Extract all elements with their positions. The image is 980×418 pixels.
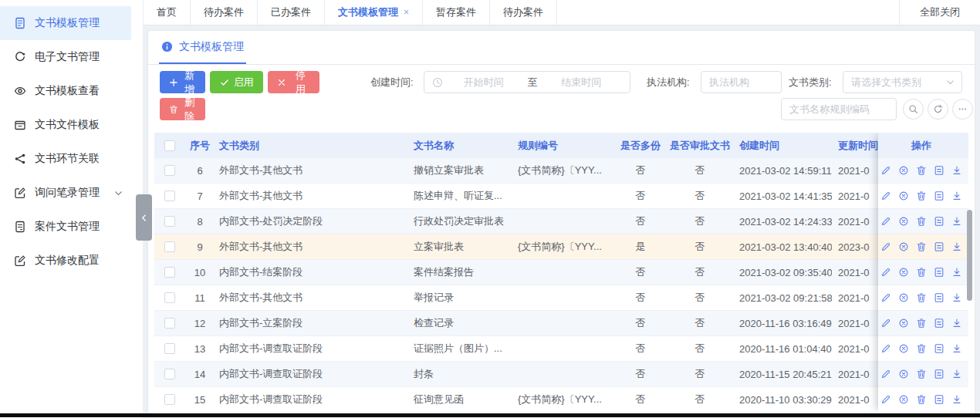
download-icon[interactable] <box>951 267 962 278</box>
panel-tab-active[interactable]: 文书模板管理 <box>159 31 246 64</box>
add-button[interactable]: 新增 <box>160 71 205 93</box>
tab-0[interactable]: 首页 <box>144 0 191 25</box>
sidebar-item-3[interactable]: 文书文件模板 <box>0 108 131 142</box>
table-row-10[interactable]: 10内部文书-结案阶段案件结案报告否否2021-03-02 09:35:4020… <box>154 260 968 285</box>
template-config-icon[interactable] <box>934 292 945 303</box>
sidebar-item-2[interactable]: 文书模板查看 <box>0 74 131 108</box>
table-row-15[interactable]: 15内部文书-调查取证阶段征询意见函{文书简称}〔YYY...否否2020-11… <box>154 387 968 413</box>
edit-icon[interactable] <box>880 369 891 379</box>
download-icon[interactable] <box>951 369 962 379</box>
table-row-11[interactable]: 11外部文书-其他文书举报记录否否2021-03-02 09:21:582021… <box>154 285 968 311</box>
row-checkbox[interactable] <box>164 369 175 379</box>
row-checkbox[interactable] <box>164 190 175 201</box>
start-time-input[interactable] <box>443 76 525 88</box>
row-checkbox[interactable] <box>164 267 175 278</box>
download-icon[interactable] <box>951 190 962 201</box>
sidebar-item-6[interactable]: 案件文书管理 <box>0 210 131 244</box>
download-icon[interactable] <box>951 343 962 354</box>
tab-4[interactable]: 暂存案件 <box>423 0 490 25</box>
delete-icon[interactable] <box>916 267 927 278</box>
sidebar-item-0[interactable]: 文书模板管理 <box>0 6 131 40</box>
edit-icon[interactable] <box>880 292 891 303</box>
delete-icon[interactable] <box>916 369 927 379</box>
delete-icon[interactable] <box>916 165 927 176</box>
select-all-checkbox[interactable] <box>164 140 175 151</box>
disable-icon[interactable] <box>898 190 909 201</box>
table-row-12[interactable]: 12内部文书-立案阶段检查记录否否2020-11-16 03:16:492021… <box>154 311 968 336</box>
disable-icon[interactable] <box>898 216 909 227</box>
download-icon[interactable] <box>951 216 962 227</box>
row-checkbox[interactable] <box>164 394 175 405</box>
template-config-icon[interactable] <box>934 165 945 176</box>
row-checkbox[interactable] <box>164 216 175 227</box>
row-checkbox[interactable] <box>164 292 175 303</box>
disable-icon[interactable] <box>898 318 909 329</box>
edit-icon[interactable] <box>880 241 891 252</box>
delete-icon[interactable] <box>916 343 927 354</box>
template-config-icon[interactable] <box>934 369 945 379</box>
doc-type-select[interactable]: 请选择文书类别 <box>843 71 962 93</box>
agency-input[interactable] <box>701 71 782 93</box>
sidebar-collapse-handle[interactable] <box>136 194 152 241</box>
template-config-icon[interactable] <box>934 343 945 354</box>
disable-icon[interactable] <box>898 292 909 303</box>
template-config-icon[interactable] <box>934 216 945 227</box>
delete-icon[interactable] <box>916 216 927 227</box>
search-input[interactable] <box>781 98 897 120</box>
template-config-icon[interactable] <box>934 241 945 252</box>
vertical-scrollbar[interactable] <box>967 210 972 301</box>
disable-icon[interactable] <box>898 267 909 278</box>
enable-button[interactable]: 启用 <box>210 71 263 93</box>
table-row-9[interactable]: 9外部文书-其他文书立案审批表{文书简称}〔YYY...是否2021-03-02… <box>154 234 968 260</box>
row-checkbox[interactable] <box>164 318 175 329</box>
tab-5[interactable]: 待办案件 <box>490 0 557 25</box>
sidebar-item-7[interactable]: 文书修改配置 <box>0 244 131 278</box>
tab-close-icon[interactable]: × <box>404 7 409 18</box>
table-row-6[interactable]: 6外部文书-其他文书撤销立案审批表{文书简称}〔YYY...否否2021-03-… <box>154 158 968 184</box>
tab-2[interactable]: 已办案件 <box>258 0 325 25</box>
delete-button[interactable]: 删除 <box>160 98 205 120</box>
delete-icon[interactable] <box>916 292 927 303</box>
template-config-icon[interactable] <box>934 318 945 329</box>
delete-icon[interactable] <box>916 318 927 329</box>
table-row-13[interactable]: 13内部文书-调查取证阶段证据照片（图片）...否否2020-11-16 01:… <box>154 336 968 362</box>
disable-icon[interactable] <box>898 369 909 379</box>
sidebar-item-5[interactable]: 询问笔录管理 <box>0 176 131 210</box>
row-checkbox[interactable] <box>164 165 175 176</box>
table-row-7[interactable]: 7外部文书-其他文书陈述申辩、听证复...否否2021-03-02 14:41:… <box>154 184 968 209</box>
edit-icon[interactable] <box>880 216 891 227</box>
table-row-8[interactable]: 8内部文书-处罚决定阶段行政处罚决定审批表否否2021-03-02 14:24:… <box>154 209 968 234</box>
edit-icon[interactable] <box>880 190 891 201</box>
edit-icon[interactable] <box>880 343 891 354</box>
search-button[interactable] <box>903 99 924 120</box>
row-checkbox[interactable] <box>164 241 175 252</box>
download-icon[interactable] <box>951 292 962 303</box>
edit-icon[interactable] <box>880 394 891 405</box>
more-button[interactable] <box>952 99 973 120</box>
sidebar-item-1[interactable]: 电子文书管理 <box>0 40 131 74</box>
edit-icon[interactable] <box>880 165 891 176</box>
sidebar-item-4[interactable]: 文书环节关联 <box>0 142 131 176</box>
edit-icon[interactable] <box>880 318 891 329</box>
tab-1[interactable]: 待办案件 <box>191 0 258 25</box>
tab-3[interactable]: 文书模板管理× <box>325 0 423 25</box>
disable-icon[interactable] <box>898 165 909 176</box>
disable-icon[interactable] <box>898 343 909 354</box>
close-all-button[interactable]: 全部关闭 <box>899 0 980 25</box>
create-time-range-picker[interactable]: 至 <box>424 71 630 93</box>
template-config-icon[interactable] <box>934 190 945 201</box>
disable-icon[interactable] <box>898 394 909 405</box>
delete-icon[interactable] <box>916 241 927 252</box>
delete-icon[interactable] <box>916 190 927 201</box>
download-icon[interactable] <box>951 241 962 252</box>
edit-icon[interactable] <box>880 267 891 278</box>
end-time-input[interactable] <box>541 76 623 88</box>
disable-icon[interactable] <box>898 241 909 252</box>
template-config-icon[interactable] <box>934 394 945 405</box>
template-config-icon[interactable] <box>934 267 945 278</box>
stop-button[interactable]: 停用 <box>268 71 319 93</box>
delete-icon[interactable] <box>916 394 927 405</box>
download-icon[interactable] <box>951 318 962 329</box>
table-row-14[interactable]: 14内部文书-调查取证阶段封条否否2020-11-15 20:45:212021… <box>154 362 968 387</box>
download-icon[interactable] <box>951 394 962 405</box>
